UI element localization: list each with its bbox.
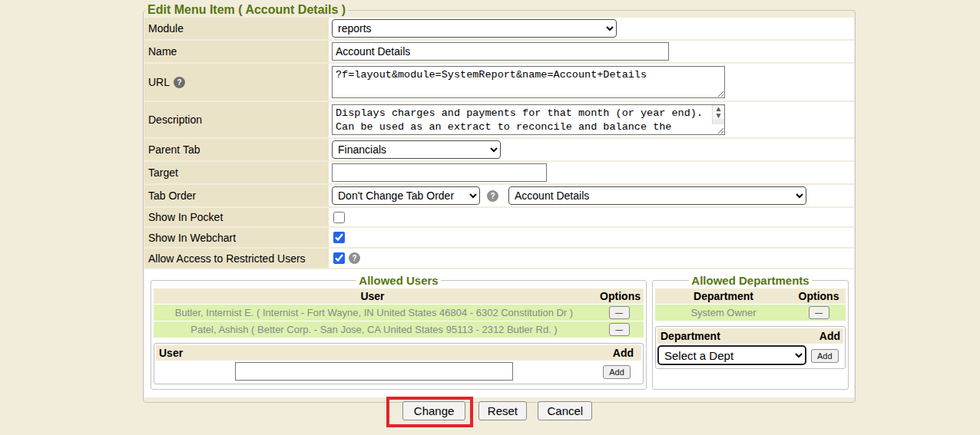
module-row: Module reports: [144, 18, 854, 39]
allowed-departments-header: Department Options: [655, 288, 846, 304]
parent-tab-field-cell: Financials: [329, 139, 854, 160]
target-label: Target: [144, 162, 329, 183]
show-in-webchart-row: Show In Webchart: [144, 228, 854, 247]
module-label: Module: [144, 18, 329, 39]
add-user-header: User Add: [156, 345, 641, 361]
module-field-cell: reports: [329, 18, 854, 39]
target-field-cell: [329, 162, 854, 183]
description-scrollbar[interactable]: ▲ ▼: [712, 105, 724, 124]
parent-tab-select[interactable]: Financials: [332, 140, 501, 159]
add-column-header: Add: [584, 347, 641, 359]
name-label: Name: [144, 41, 329, 62]
remove-user-button[interactable]: —: [609, 306, 630, 319]
allowed-users-title: Allowed Users: [356, 274, 440, 287]
add-user-button[interactable]: Add: [603, 365, 631, 379]
allow-restricted-row: Allow Access to Restricted Users ?: [144, 249, 854, 268]
edit-menu-item-fieldset: Edit Menu Item ( Account Details ) Modul…: [143, 3, 856, 403]
tab-order-label: Tab Order: [144, 185, 329, 206]
allow-restricted-field-cell: ?: [329, 249, 854, 268]
name-field-cell: [329, 41, 854, 62]
allowed-users-fieldset: Allowed Users User Options Butler, Inter…: [151, 274, 647, 390]
allowed-departments-fieldset: Allowed Departments Department Options S…: [652, 274, 849, 390]
description-textarea[interactable]: Displays charges and payments for that m…: [332, 104, 725, 135]
department-column-header: Department: [655, 290, 792, 302]
tab-order-help-icon[interactable]: ?: [487, 190, 498, 202]
add-user-column-header: User: [156, 347, 584, 359]
reset-button[interactable]: Reset: [478, 401, 527, 420]
remove-user-button[interactable]: —: [609, 323, 630, 336]
cancel-button[interactable]: Cancel: [538, 401, 592, 420]
add-column-header: Add: [806, 330, 843, 342]
table-row: Patel, Ashish ( Better Corp. - San Jose,…: [154, 321, 644, 338]
description-field-cell: Displays charges and payments for that m…: [329, 102, 854, 137]
show-in-pocket-row: Show In Pocket: [144, 208, 854, 226]
remove-department-button[interactable]: —: [809, 306, 829, 319]
url-row: URL ? ?f=layout&module=SystemReport&name…: [144, 64, 854, 101]
add-user-input[interactable]: [235, 362, 513, 381]
url-label-cell: URL ?: [144, 64, 329, 101]
url-help-icon[interactable]: ?: [174, 77, 185, 88]
target-row: Target: [144, 162, 854, 183]
add-user-row: Add: [156, 361, 641, 382]
tab-order-field-cell: Don't Change Tab Order ? Account Details: [329, 185, 854, 206]
module-select[interactable]: reports: [332, 19, 617, 38]
allowed-departments-title: Allowed Departments: [689, 274, 811, 287]
add-department-column-header: Department: [657, 330, 806, 342]
form-rows: Module reports Name URL ?: [144, 18, 854, 397]
options-column-header: Options: [591, 290, 644, 302]
add-department-box: Department Add Select a Dept Add: [655, 326, 846, 369]
url-label: URL: [148, 76, 170, 88]
table-row: Butler, Internist E. ( Internist - Fort …: [154, 305, 644, 321]
name-row: Name: [144, 41, 854, 62]
show-in-pocket-checkbox[interactable]: [333, 212, 345, 223]
user-row-text: Butler, Internist E. ( Internist - Fort …: [154, 307, 594, 318]
table-row: System Owner —: [655, 305, 846, 321]
allowed-users-header: User Options: [154, 288, 644, 304]
tab-order-select[interactable]: Don't Change Tab Order: [332, 186, 480, 205]
page-title: Edit Menu Item ( Account Details ): [145, 3, 348, 17]
show-in-pocket-label: Show In Pocket: [144, 208, 329, 226]
target-input[interactable]: [332, 163, 547, 182]
options-column-header: Options: [792, 290, 846, 302]
show-in-webchart-checkbox[interactable]: [333, 232, 345, 243]
description-label: Description: [144, 102, 329, 137]
show-in-pocket-field-cell: [329, 208, 854, 226]
allow-restricted-checkbox[interactable]: [333, 252, 345, 264]
permissions-section: Allowed Users User Options Butler, Inter…: [144, 269, 854, 397]
allow-restricted-help-icon[interactable]: ?: [349, 252, 360, 264]
department-select[interactable]: Select a Dept: [657, 345, 806, 365]
tab-order-row: Tab Order Don't Change Tab Order ? Accou…: [144, 185, 854, 206]
user-column-header: User: [154, 290, 591, 302]
name-input[interactable]: [332, 42, 669, 61]
show-in-webchart-field-cell: [329, 228, 854, 247]
form-actions: Change Reset Cancel: [143, 401, 856, 420]
add-department-button[interactable]: Add: [811, 349, 839, 363]
url-textarea[interactable]: ?f=layout&module=SystemReport&name=Accou…: [332, 66, 725, 98]
add-user-box: User Add Add: [154, 343, 644, 384]
allow-restricted-label: Allow Access to Restricted Users: [144, 249, 329, 268]
tab-order-item-select[interactable]: Account Details: [508, 186, 806, 205]
show-in-webchart-label: Show In Webchart: [144, 228, 329, 247]
url-field-cell: ?f=layout&module=SystemReport&name=Accou…: [329, 64, 854, 101]
add-department-header: Department Add: [657, 328, 843, 344]
parent-tab-row: Parent Tab Financials: [144, 139, 854, 160]
change-button[interactable]: Change: [402, 401, 466, 420]
change-button-annotation: Change: [402, 401, 466, 420]
department-row-text: System Owner: [655, 307, 792, 318]
parent-tab-label: Parent Tab: [144, 139, 329, 160]
user-row-text: Patel, Ashish ( Better Corp. - San Jose,…: [154, 324, 594, 335]
description-row: Description Displays charges and payment…: [144, 102, 854, 137]
add-department-row: Select a Dept Add: [657, 344, 843, 367]
scroll-down-icon[interactable]: ▼: [713, 113, 724, 120]
edit-menu-item-form: Edit Menu Item ( Account Details ) Modul…: [143, 3, 856, 403]
